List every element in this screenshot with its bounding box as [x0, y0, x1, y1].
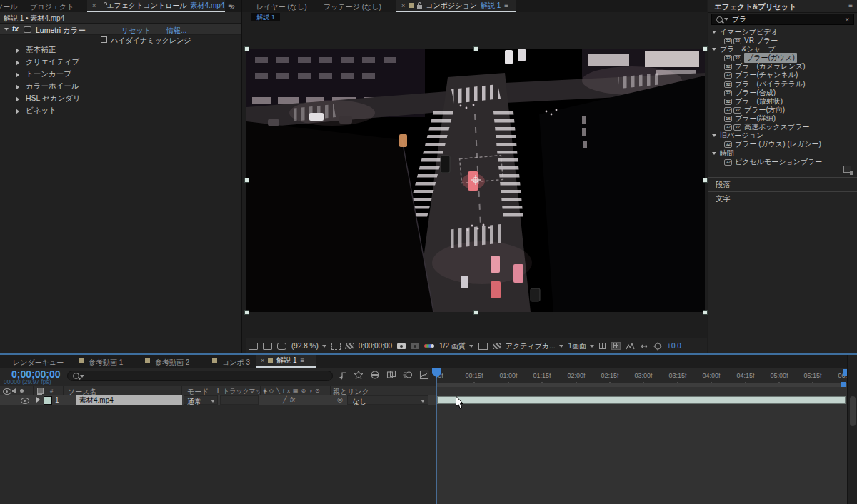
view-layout-dropdown[interactable]: 1画面 — [568, 341, 587, 351]
label-column-icon[interactable] — [37, 388, 44, 394]
character-panel-header[interactable]: 文字 — [716, 194, 731, 204]
tab-timeline-active[interactable]: × 解説 1 ≡ — [256, 355, 316, 368]
group-caret[interactable] — [16, 84, 19, 90]
layer-video-toggle[interactable] — [21, 398, 29, 404]
track-matte-dropdown[interactable] — [220, 395, 259, 405]
tab-composition[interactable]: × コンポジション 解説 1 ≡ — [396, 0, 516, 12]
close-icon[interactable]: × — [92, 2, 96, 9]
close-icon[interactable]: × — [261, 357, 264, 364]
lock-icon[interactable] — [417, 5, 422, 9]
layer-switches-column[interactable]: ●◇╲fx▦⊘◑⊙ — [263, 388, 323, 394]
group-caret[interactable] — [16, 48, 19, 54]
group-caret[interactable] — [16, 72, 19, 78]
show-snapshot-icon[interactable] — [411, 343, 419, 349]
search-options-caret[interactable] — [724, 18, 728, 21]
effect-group-hsl[interactable]: HSL セカンダリ — [26, 94, 81, 104]
video-column-icon[interactable] — [3, 388, 11, 395]
tab-overflow-chevrons[interactable]: » — [230, 1, 235, 11]
selection-handle[interactable] — [244, 310, 249, 315]
panel-menu-icon[interactable]: ≡ — [504, 2, 508, 9]
fx-effect-row[interactable]: 32ブラー(チャンネル) — [708, 71, 857, 79]
tab-ref-video-1[interactable]: 参考動画 1 — [89, 358, 123, 368]
close-icon[interactable]: × — [401, 2, 405, 9]
graph-editor-icon[interactable] — [419, 370, 429, 380]
vr-display-icon[interactable] — [277, 343, 286, 350]
active-camera-dropdown[interactable]: アクティブカ... — [506, 341, 556, 351]
audio-column-icon[interactable] — [11, 388, 18, 394]
selection-handle[interactable] — [244, 46, 249, 51]
effect-group-creative[interactable]: クリエイティブ — [26, 57, 79, 67]
group-caret[interactable] — [16, 96, 19, 102]
effect-expand-caret[interactable] — [4, 28, 9, 31]
layer-number-column[interactable]: # — [50, 388, 53, 394]
motion-blur-icon[interactable] — [403, 370, 413, 380]
chevron-down-icon[interactable] — [322, 345, 326, 348]
work-area-bar[interactable] — [436, 383, 847, 387]
pixel-aspect-icon[interactable] — [640, 343, 648, 350]
target-region-icon[interactable] — [478, 343, 488, 350]
tab-footage[interactable]: フッテージ (なし) — [324, 2, 381, 12]
reset-button[interactable]: リセット — [121, 26, 151, 36]
playhead-line[interactable] — [436, 368, 437, 504]
fx-icon[interactable]: fx — [12, 25, 19, 33]
effect-group-curves[interactable]: トーンカーブ — [26, 69, 71, 79]
effects-presets-title[interactable]: エフェクト&プリセット — [714, 2, 796, 12]
fx-group-row[interactable]: イマーシブビデオ — [708, 28, 857, 36]
group-caret[interactable] — [16, 60, 19, 66]
layer-duration-bar[interactable] — [437, 396, 846, 404]
checkerboard-icon[interactable] — [493, 343, 501, 349]
selection-handle[interactable] — [244, 178, 249, 183]
region-of-interest-icon[interactable] — [331, 343, 341, 350]
paragraph-panel-header[interactable]: 段落 — [716, 180, 731, 190]
selection-handle[interactable] — [473, 310, 478, 315]
chevron-down-icon[interactable] — [559, 345, 563, 348]
blend-mode-dropdown[interactable]: 通常 — [184, 395, 218, 405]
effects-switch-icon[interactable]: fx — [290, 396, 295, 403]
shy-layers-icon[interactable] — [370, 370, 380, 380]
tab-tools[interactable]: ツール — [0, 2, 17, 12]
transparency-grid-icon[interactable] — [345, 343, 354, 349]
quality-switch-icon[interactable]: ╱ — [283, 396, 286, 403]
effects-search-box[interactable]: ブラー × — [711, 14, 854, 25]
tab-render-queue[interactable]: レンダーキュー — [13, 358, 64, 368]
effect-group-wheels[interactable]: カラーホイール — [26, 81, 79, 91]
selection-handle[interactable] — [473, 46, 478, 51]
resolution-dropdown[interactable]: 1/2 画質 — [439, 341, 466, 351]
panel-grip-icon[interactable] — [843, 166, 851, 173]
pick-whip-icon[interactable]: ◎ — [337, 396, 343, 403]
clear-search-icon[interactable]: × — [845, 16, 849, 24]
selection-handle[interactable] — [703, 178, 708, 183]
timeline-search-box[interactable] — [67, 371, 333, 381]
histogram-icon[interactable] — [626, 343, 635, 350]
selection-handle[interactable] — [703, 46, 708, 51]
snapshot-camera-icon[interactable] — [397, 343, 406, 349]
preview-monitor-icon[interactable] — [249, 343, 258, 350]
chevron-down-icon[interactable] — [469, 345, 473, 348]
tab-ref-video-2[interactable]: 参考動画 2 — [155, 358, 189, 368]
tab-project[interactable]: プロジェクト — [30, 2, 74, 12]
effect-group-vignette[interactable]: ビネット — [26, 106, 56, 116]
search-options-caret[interactable] — [80, 375, 84, 378]
chevron-down-icon[interactable] — [590, 345, 594, 348]
fx-effect-row[interactable]: 32ブラー (ガウス) (レガシー) — [708, 140, 857, 148]
fx-effect-row[interactable]: 32ブラー(バイラテラル) — [708, 80, 857, 89]
panel-menu-icon[interactable]: ≡ — [848, 2, 853, 9]
group-caret[interactable] — [16, 109, 19, 114]
timeline-lane-area[interactable] — [436, 368, 847, 504]
hdr-checkbox[interactable] — [101, 36, 107, 43]
tab-effect-controls[interactable]: × エフェクトコントロール 素材4.mp4 ≡ — [87, 0, 225, 12]
vertical-scrollbar[interactable] — [847, 355, 857, 504]
comp-flowchart-icon[interactable] — [337, 370, 347, 380]
show-channels-icon[interactable] — [424, 344, 434, 348]
solo-column-icon[interactable] — [20, 389, 24, 393]
tab-layer[interactable]: レイヤー (なし) — [256, 2, 307, 12]
search-value[interactable]: ブラー — [732, 14, 753, 24]
tab-comp-3[interactable]: コンポ 3 — [222, 358, 250, 368]
selection-handle[interactable] — [703, 310, 708, 315]
layer-name-field[interactable]: 素材4.mp4 — [76, 395, 182, 405]
comp-name-badge[interactable]: 解説 1 — [251, 13, 280, 21]
info-button[interactable]: 情報... — [166, 26, 186, 36]
exposure-gear-icon[interactable] — [653, 342, 662, 351]
fx-effect-row[interactable]: 32ピクセルモーションブラー — [708, 158, 857, 166]
effect-group-basic[interactable]: 基本補正 — [26, 45, 56, 55]
